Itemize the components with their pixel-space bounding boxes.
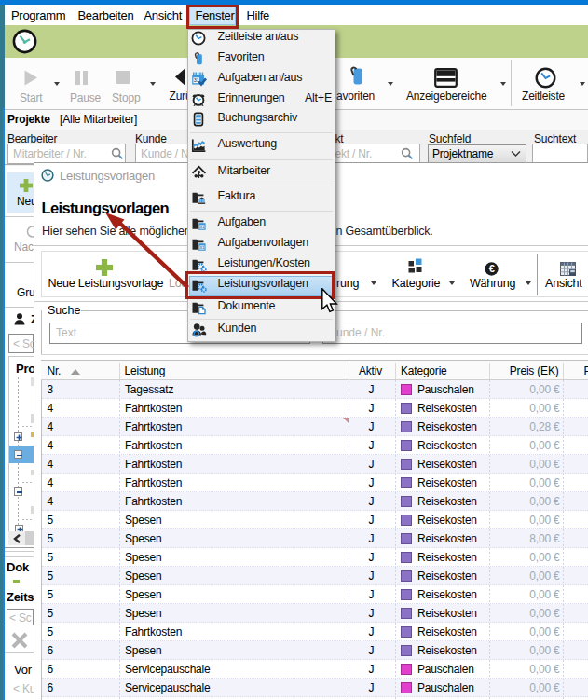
svg-text:€: € bbox=[489, 263, 495, 274]
svg-text:31: 31 bbox=[200, 224, 205, 228]
svg-text:31: 31 bbox=[200, 244, 205, 249]
